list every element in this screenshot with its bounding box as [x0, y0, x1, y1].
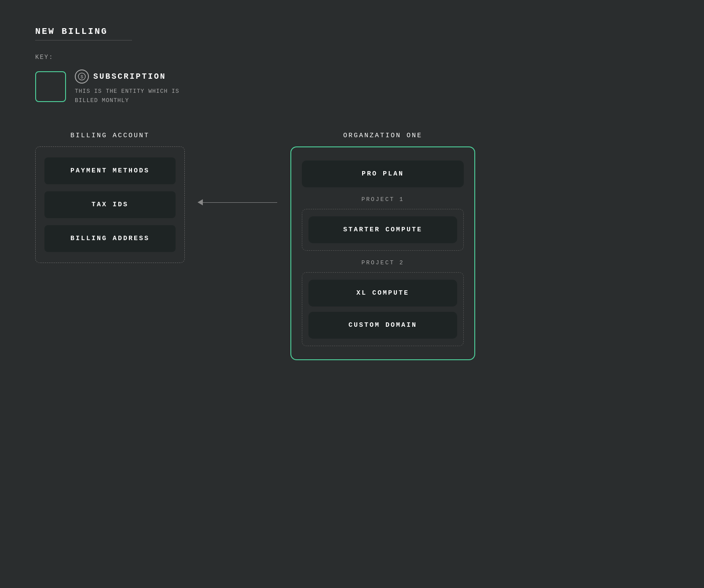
project-2-title: PROJECT 2 [302, 259, 464, 266]
main-container: NEW BILLING KEY: $ SUBSCRIPTION THIS IS … [0, 0, 704, 387]
org-box: PRO PLAN PROJECT 1 STARTER COMPUTE PROJE… [290, 146, 475, 360]
subscription-icon: $ [75, 69, 89, 84]
arrow-head-icon [198, 199, 203, 205]
project-2-box: XL COMPUTE CUSTOM DOMAIN [302, 272, 464, 346]
starter-compute-button[interactable]: STARTER COMPUTE [308, 216, 457, 243]
legend-description: THIS IS THE ENTITY WHICH IS BILLED MONTH… [75, 87, 180, 106]
legend-info: $ SUBSCRIPTION THIS IS THE ENTITY WHICH … [75, 69, 180, 106]
subscription-label: SUBSCRIPTION [93, 72, 166, 81]
org-section: ORGANZATION ONE PRO PLAN PROJECT 1 START… [290, 132, 475, 360]
pro-plan-button[interactable]: PRO PLAN [302, 161, 464, 187]
project-2-section: PROJECT 2 XL COMPUTE CUSTOM DOMAIN [302, 259, 464, 346]
xl-compute-button[interactable]: XL COMPUTE [308, 280, 457, 307]
project-1-title: PROJECT 1 [302, 196, 464, 203]
custom-domain-button[interactable]: CUSTOM DOMAIN [308, 312, 457, 339]
org-title: ORGANZATION ONE [343, 132, 422, 139]
legend-row: $ SUBSCRIPTION THIS IS THE ENTITY WHICH … [35, 69, 669, 106]
billing-account-title: BILLING ACCOUNT [70, 132, 150, 139]
svg-text:$: $ [81, 74, 84, 80]
diagram-area: BILLING ACCOUNT PAYMENT METHODS TAX IDS … [35, 132, 669, 360]
legend-title-row: $ SUBSCRIPTION [75, 69, 180, 84]
key-label: KEY: [35, 54, 669, 61]
payment-methods-button[interactable]: PAYMENT METHODS [44, 157, 176, 184]
project-1-section: PROJECT 1 STARTER COMPUTE [302, 196, 464, 251]
title-divider [35, 40, 132, 40]
project-1-box: STARTER COMPUTE [302, 209, 464, 251]
billing-account-box: PAYMENT METHODS TAX IDS BILLING ADDRESS [35, 146, 185, 263]
arrow-section [185, 202, 290, 203]
page-title: NEW BILLING [35, 26, 669, 37]
tax-ids-button[interactable]: TAX IDS [44, 191, 176, 218]
arrow-line [198, 202, 277, 203]
billing-address-button[interactable]: BILLING ADDRESS [44, 225, 176, 252]
billing-account-section: BILLING ACCOUNT PAYMENT METHODS TAX IDS … [35, 132, 185, 263]
legend-box [35, 71, 66, 102]
